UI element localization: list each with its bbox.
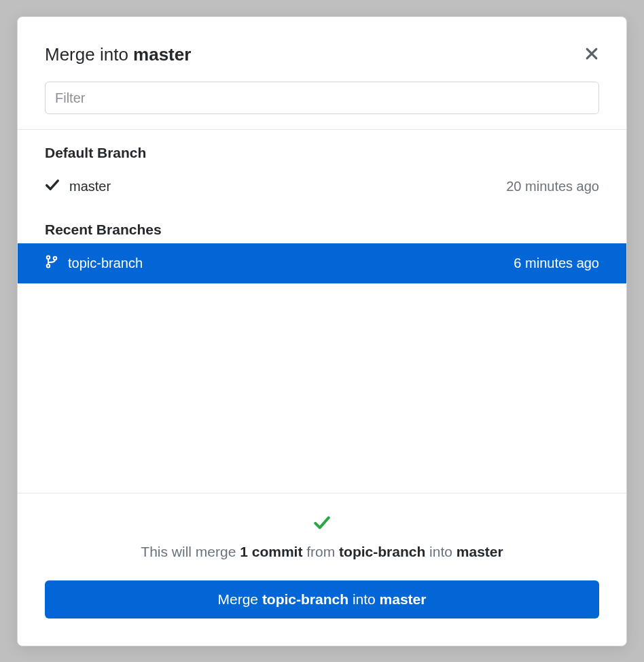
filter-input[interactable]	[45, 82, 599, 114]
svg-point-0	[47, 256, 50, 260]
check-icon	[45, 177, 60, 196]
recent-branches-section: Recent Branches	[18, 207, 626, 238]
modal-header: Merge into master	[18, 17, 626, 65]
merge-button[interactable]: Merge topic-branch into master	[45, 580, 599, 619]
branch-name: topic-branch	[68, 256, 143, 271]
svg-point-1	[47, 264, 50, 268]
branch-row-master[interactable]: master 20 minutes ago	[18, 167, 626, 207]
default-branch-heading: Default Branch	[45, 145, 599, 161]
branch-list: Default Branch master 20 minutes ago Rec…	[18, 130, 626, 493]
branch-name: master	[69, 179, 111, 194]
default-branch-section: Default Branch	[18, 130, 626, 161]
branch-time: 20 minutes ago	[506, 179, 599, 194]
merge-modal: Merge into master Default Branch master …	[17, 16, 627, 646]
recent-branches-heading: Recent Branches	[45, 222, 599, 238]
modal-footer: This will merge 1 commit from topic-bran…	[18, 493, 626, 646]
title-branch: master	[133, 44, 191, 65]
svg-point-2	[54, 257, 57, 260]
success-check-icon	[45, 514, 599, 532]
merge-description: This will merge 1 commit from topic-bran…	[45, 544, 599, 560]
branch-row-topic-branch[interactable]: topic-branch 6 minutes ago	[18, 243, 626, 283]
branch-time: 6 minutes ago	[514, 256, 599, 271]
filter-wrap	[18, 65, 626, 129]
modal-title: Merge into master	[45, 44, 191, 65]
git-branch-icon	[45, 254, 58, 273]
close-icon	[584, 46, 599, 64]
title-prefix: Merge into	[45, 44, 133, 65]
close-button[interactable]	[584, 46, 599, 64]
